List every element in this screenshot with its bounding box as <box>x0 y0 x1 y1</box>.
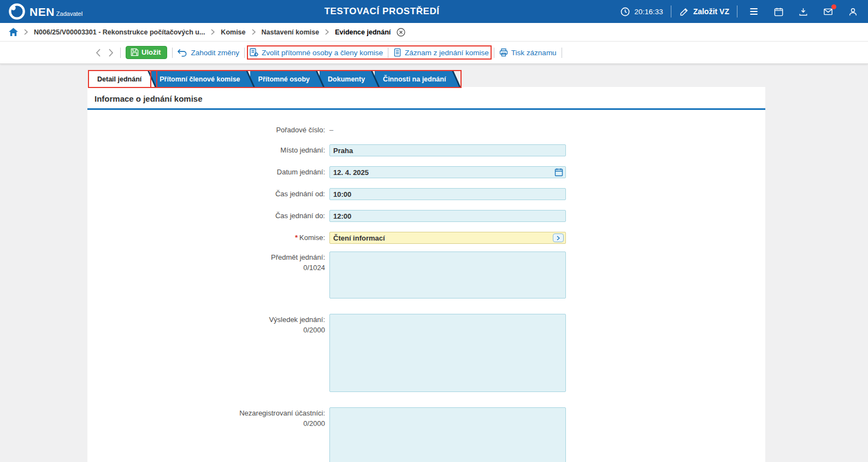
poradove-cislo-value: – <box>329 124 333 134</box>
brand-name: NEN <box>29 6 55 17</box>
komise-expand-button[interactable] <box>553 233 564 242</box>
nav-back-button[interactable] <box>94 48 102 58</box>
calendar-icon[interactable] <box>773 7 784 17</box>
komise-field[interactable]: Čtení informací <box>329 232 566 244</box>
datum-jednani-input[interactable] <box>329 166 566 178</box>
brand-subtitle: Zadavatel <box>56 10 82 17</box>
chevron-right-icon <box>24 29 28 35</box>
save-button[interactable]: Uložit <box>126 46 167 59</box>
field-label: Výsledek jednání: 0/2000 <box>87 314 329 335</box>
breadcrumb-item-komise[interactable]: Komise <box>221 28 245 36</box>
tab-label: Přítomné osoby <box>258 75 310 83</box>
section-header: Informace o jednání komise <box>87 87 765 110</box>
tab-detail-jednani[interactable]: Detail jednání <box>89 71 156 87</box>
header-bar: NEN Zadavatel TESTOVACÍ PROSTŘEDÍ 20:16:… <box>0 0 868 23</box>
tab-dokumenty[interactable]: Dokumenty <box>320 71 380 87</box>
field-label: Datum jednání: <box>87 166 329 177</box>
mail-icon[interactable] <box>823 7 834 17</box>
ucastnici-textarea[interactable] <box>329 407 566 462</box>
predmet-jednani-textarea[interactable] <box>329 252 566 299</box>
nav-forward-button[interactable] <box>107 48 115 58</box>
print-button[interactable]: Tisk záznamu <box>499 48 557 57</box>
form-row-misto: Místo jednání: <box>87 144 765 156</box>
chevron-right-icon <box>325 29 329 35</box>
edit-icon <box>679 7 689 17</box>
cas-jednani-od-input[interactable] <box>329 188 566 200</box>
header-separator <box>737 5 737 17</box>
clock-icon <box>620 7 630 17</box>
header-separator <box>671 5 671 17</box>
vysledek-label: Výsledek jednání: <box>269 315 325 324</box>
content-panel: Informace o jednání komise Pořadové čísl… <box>87 87 765 462</box>
new-vz-button[interactable]: Založit VZ <box>679 7 729 17</box>
user-icon[interactable] <box>848 7 858 17</box>
tab-label: Přítomní členové komise <box>160 75 240 83</box>
tabs: Detail jednání Přítomní členové komise P… <box>89 71 868 87</box>
form-row-vysledek: Výsledek jednání: 0/2000 <box>87 314 765 394</box>
nen-logo-icon[interactable] <box>9 3 25 20</box>
breadcrumb-item-zakazka[interactable]: N006/25/V00003301 - Rekonstrukce počítač… <box>34 28 205 36</box>
komise-value: Čtení informací <box>333 234 553 242</box>
new-vz-label: Založit VZ <box>693 7 729 16</box>
environment-title: TESTOVACÍ PROSTŘEDÍ <box>324 6 440 17</box>
komise-label: Komise: <box>299 233 325 242</box>
char-counter: 0/2000 <box>87 326 325 335</box>
chevron-right-icon <box>252 29 256 35</box>
field-label: Čas jednání do: <box>87 210 329 220</box>
discard-changes-label: Zahodit změny <box>191 49 239 57</box>
form-row-cas-od: Čas jednání od: <box>87 188 765 200</box>
breadcrumb-item-nastaveni-komise[interactable]: Nastavení komise <box>262 28 320 36</box>
brand[interactable]: NEN Zadavatel <box>29 6 82 17</box>
char-counter: 0/1024 <box>87 264 325 272</box>
chevron-right-icon <box>211 29 215 35</box>
ucastnici-label: Nezaregistrovaní účastníci: <box>239 409 325 417</box>
toolbar-separator <box>120 48 121 58</box>
meeting-form: Pořadové číslo: – Místo jednání: Datum j… <box>87 110 765 462</box>
field-label: Čas jednání od: <box>87 188 329 198</box>
tab-cinnosti-na-jednani[interactable]: Činnosti na jednání <box>375 71 460 87</box>
toolbar-separator <box>172 48 173 58</box>
record-label: Záznam z jednání komise <box>405 49 489 57</box>
tab-label: Činnosti na jednání <box>383 75 446 83</box>
undo-icon <box>178 49 187 57</box>
clock: 20:16:33 <box>620 7 663 17</box>
tab-label: Dokumenty <box>328 75 365 83</box>
misto-jednani-input[interactable] <box>329 144 566 156</box>
toolbar-separator <box>562 48 562 58</box>
form-row-cas-do: Čas jednání do: <box>87 210 765 222</box>
save-label: Uložit <box>141 48 161 56</box>
toolbar-separator <box>244 48 245 58</box>
main-area: Detail jednání Přítomní členové komise P… <box>0 71 868 462</box>
date-calendar-icon[interactable] <box>554 168 563 179</box>
choose-persons-button[interactable]: Zvolit přítomné osoby a členy komise <box>250 48 383 57</box>
toolbar-separator <box>494 48 494 58</box>
printer-icon <box>499 48 508 57</box>
save-icon <box>131 48 139 56</box>
clock-time: 20:16:33 <box>634 8 663 16</box>
required-asterisk: * <box>295 233 298 242</box>
document-icon <box>393 48 401 57</box>
char-counter: 0/2000 <box>87 419 325 428</box>
field-label: Předmět jednání: 0/1024 <box>87 252 329 272</box>
form-row-predmet: Předmět jednání: 0/1024 <box>87 252 765 301</box>
vysledek-jednani-textarea[interactable] <box>329 314 566 392</box>
field-label: Místo jednání: <box>87 144 329 155</box>
discard-changes-button[interactable]: Zahodit změny <box>178 49 239 57</box>
print-label: Tisk záznamu <box>511 49 557 57</box>
tab-label: Detail jednání <box>97 75 141 83</box>
download-icon[interactable] <box>798 7 808 17</box>
menu-icon[interactable] <box>748 6 759 17</box>
choose-persons-label: Zvolit přítomné osoby a členy komise <box>262 49 383 57</box>
close-icon[interactable] <box>397 28 405 37</box>
tab-pritomne-osoby[interactable]: Přítomné osoby <box>250 71 324 87</box>
toolbar-separator <box>388 48 388 58</box>
field-label: Nezaregistrovaní účastníci: 0/2000 <box>87 407 329 428</box>
record-button[interactable]: Záznam z jednání komise <box>393 48 489 57</box>
section-title: Informace o jednání komise <box>95 94 758 103</box>
field-label: *Komise: <box>87 232 329 242</box>
tab-pritomni-clenove-komise[interactable]: Přítomní členové komise <box>151 71 255 87</box>
home-icon[interactable] <box>9 28 18 36</box>
form-row-poradove-cislo: Pořadové číslo: – <box>87 124 765 134</box>
breadcrumb-item-evidence-jednani[interactable]: Evidence jednání <box>335 28 391 36</box>
cas-jednani-do-input[interactable] <box>329 210 566 222</box>
